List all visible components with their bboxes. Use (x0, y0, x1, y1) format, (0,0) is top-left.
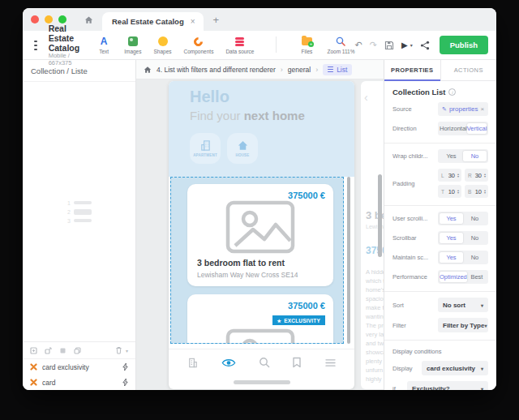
canvas[interactable]: 4. List with filters and different rende… (136, 60, 384, 390)
home-tab[interactable] (78, 8, 99, 31)
close-window-button[interactable] (31, 15, 39, 24)
new-tab-button[interactable]: + (213, 8, 220, 31)
detach-component-icon[interactable] (45, 347, 52, 354)
breadcrumb-group[interactable]: general (288, 66, 311, 74)
source-row: Source ✎ properties × (392, 102, 488, 116)
maintain-no[interactable]: No (463, 252, 487, 263)
price-label: 375000 € (288, 301, 325, 311)
copy-icon[interactable] (74, 347, 81, 354)
tool-components[interactable]: Components (184, 36, 214, 54)
tool-text[interactable]: A Text (96, 36, 112, 54)
sort-dropdown[interactable]: No sort ▾ (438, 298, 488, 312)
publish-button[interactable]: Publish (440, 36, 488, 54)
image-placeholder-icon (225, 200, 295, 254)
divider (384, 143, 496, 144)
filter-dropdown[interactable]: Filter by Type ▾ (438, 318, 488, 332)
close-tab-icon[interactable]: × (191, 17, 195, 26)
phone-artboard[interactable]: Hello Find your next home APARTMENT HOUS… (169, 81, 354, 389)
display-row: Display card exclusivity ▾ (392, 361, 488, 375)
source-chip[interactable]: ✎ properties × (438, 102, 488, 116)
star-icon: ★ (277, 318, 282, 324)
list-placeholder-icon: 1 2 3 (66, 200, 92, 224)
add-component-icon[interactable] (30, 347, 37, 354)
chevron-down-icon[interactable]: ▾ (126, 348, 128, 354)
scrollbar-no[interactable]: No (463, 233, 487, 243)
breadcrumb-page[interactable]: 4. List with filters and different rende… (157, 66, 276, 74)
source-value: properties (449, 105, 478, 113)
info-icon[interactable]: i (448, 88, 456, 96)
group-icon[interactable] (59, 347, 66, 354)
component-item-card[interactable]: card (23, 375, 135, 390)
tool-data-source[interactable]: Data source (225, 36, 254, 54)
performance-segmented: Optimized Best (438, 270, 488, 284)
user-scrolling-yes[interactable]: Yes (440, 213, 463, 224)
undo-icon[interactable]: ↶ (355, 40, 362, 50)
padding-left-stepper[interactable]: L 30 ▴▾ (438, 169, 461, 182)
performance-row: Performance Optimized Best (392, 270, 488, 284)
clear-source-icon[interactable]: × (480, 105, 484, 113)
maintain-yes[interactable]: Yes (440, 252, 463, 263)
listing-card[interactable]: 375000 € ★ EXCLUSIVITY (187, 294, 333, 344)
padding-bottom-stepper[interactable]: B 10 ▴▾ (465, 185, 488, 198)
apartment-button[interactable]: APARTMENT (190, 133, 221, 164)
save-icon[interactable] (384, 41, 394, 50)
maximize-window-button[interactable] (58, 15, 66, 24)
lightning-icon[interactable] (122, 379, 128, 386)
chevron-down-icon: ▾ (481, 366, 483, 371)
wrap-yes[interactable]: Yes (440, 151, 463, 161)
canvas-scrollbar[interactable] (378, 174, 382, 257)
data-source-icon (235, 37, 244, 46)
collection-list-selection[interactable]: 375000 € 3 bedroom flat to rent Lewisham… (170, 177, 344, 344)
bookmark-tab-icon[interactable] (292, 357, 302, 368)
redo-icon[interactable]: ↷ (370, 40, 377, 50)
tool-zoom[interactable]: Zoom 111% (327, 36, 354, 54)
preview-button[interactable]: ▶ ▾ (401, 41, 413, 49)
scrollbar-yes[interactable]: Yes (440, 233, 463, 243)
direction-horizontal[interactable]: Horizontal (440, 123, 467, 134)
tab-actions[interactable]: ACTIONS (441, 60, 497, 80)
direction-vertical[interactable]: Vertical (467, 123, 487, 134)
browser-tab-active[interactable]: Real Estate Catalog × (102, 12, 204, 31)
tab-properties[interactable]: PROPERTIES (384, 60, 441, 80)
padding-top-stepper[interactable]: T 10 ▴▾ (438, 185, 461, 198)
properties-panel: PROPERTIES ACTIONS Collection List i Sou… (384, 60, 496, 390)
listing-card[interactable]: 375000 € 3 bedroom flat to rent Lewisham… (187, 184, 333, 286)
panel-heading: Collection List i (392, 88, 488, 96)
layer-tree-empty-state: 1 2 3 (23, 82, 135, 341)
tool-images[interactable]: Images (124, 36, 141, 54)
lightning-icon[interactable] (122, 363, 128, 371)
menu-icon[interactable] (34, 41, 37, 50)
menu-tab-icon[interactable] (324, 358, 337, 367)
chevron-down-icon[interactable]: ▾ (410, 42, 413, 48)
buildings-tab-icon[interactable] (187, 357, 199, 369)
phone-scrollbar[interactable] (347, 177, 350, 344)
app-title: Real Estate Catalog (49, 24, 80, 53)
component-item-card-exclusivity[interactable]: card exclusivity (23, 359, 135, 375)
breadcrumb-current-chip[interactable]: List (323, 64, 352, 75)
components-section: ▾ card exclusivity card (23, 341, 135, 390)
search-tab-icon[interactable] (259, 357, 270, 368)
trash-icon[interactable] (115, 346, 122, 354)
home-icon[interactable] (144, 66, 152, 74)
house-button[interactable]: HOUSE (227, 133, 258, 164)
toolbar-separator (276, 36, 277, 53)
padding-right-stepper[interactable]: R 30 ▴▾ (465, 169, 488, 182)
back-chevron-icon[interactable]: ‹ (364, 91, 368, 104)
components-icon (192, 35, 205, 48)
eye-tab-icon[interactable] (221, 358, 236, 368)
wrap-children-row: Wrap childr... Yes No (392, 149, 488, 163)
minimize-window-button[interactable] (45, 15, 53, 24)
tool-shapes[interactable]: Shapes (153, 36, 171, 54)
user-scrolling-no[interactable]: No (463, 213, 487, 224)
tool-files[interactable]: Files (298, 36, 315, 54)
app-toolbar: Real Estate Catalog Mobile / 667x375 A T… (23, 31, 496, 60)
display-dropdown[interactable]: card exclusivity ▾ (422, 361, 488, 375)
performance-optimized[interactable]: Optimized (440, 272, 467, 282)
if-dropdown[interactable]: Exclusivity? ▾ (407, 381, 488, 390)
performance-best[interactable]: Best (467, 272, 487, 282)
stepper-down-icon: ▾ (484, 191, 486, 195)
share-icon[interactable] (420, 41, 430, 50)
maintain-scroll-row: Maintain sc... Yes No (392, 251, 488, 264)
wrap-no[interactable]: No (463, 151, 487, 161)
house-icon (237, 139, 249, 152)
